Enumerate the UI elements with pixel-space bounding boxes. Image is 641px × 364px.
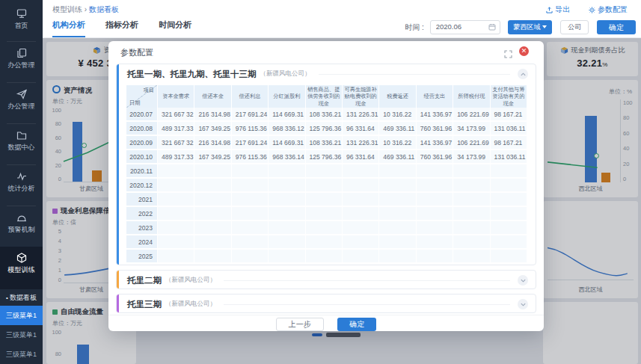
- table-cell[interactable]: [417, 221, 453, 235]
- table-cell[interactable]: [491, 221, 527, 235]
- chevron-down-icon[interactable]: [518, 275, 528, 286]
- table-cell[interactable]: [269, 193, 305, 207]
- table-cell[interactable]: 114 669.31: [269, 108, 305, 122]
- table-cell[interactable]: 760 361.96: [417, 150, 453, 164]
- table-cell[interactable]: [343, 207, 379, 221]
- table-cell[interactable]: 216 314.98: [194, 108, 231, 122]
- table-cell[interactable]: 469 336.11: [379, 150, 416, 164]
- table-cell[interactable]: [453, 221, 490, 235]
- fullscreen-icon[interactable]: [504, 48, 512, 61]
- table-cell[interactable]: 10 316.22: [379, 136, 416, 150]
- company-button[interactable]: 公司: [560, 20, 589, 34]
- table-cell[interactable]: [453, 250, 490, 264]
- export-link[interactable]: 导出: [546, 5, 570, 13]
- table-cell[interactable]: [491, 235, 527, 250]
- table-cell[interactable]: 489 317.33: [158, 150, 194, 164]
- table-cell[interactable]: [343, 235, 379, 250]
- table-cell[interactable]: [306, 193, 343, 207]
- table-cell[interactable]: [379, 179, 416, 193]
- sidebar-third-menu-1[interactable]: 三级菜单1: [0, 306, 43, 325]
- table-cell[interactable]: [232, 221, 269, 235]
- table-cell[interactable]: 216 314.98: [194, 136, 231, 150]
- table-cell[interactable]: 131 036.11: [491, 122, 527, 136]
- breadcrumb-parent[interactable]: 模型训练: [52, 5, 82, 13]
- table-cell[interactable]: [379, 193, 416, 207]
- table-cell[interactable]: 96 331.64: [343, 150, 379, 164]
- table-cell[interactable]: 131 036.11: [491, 150, 527, 164]
- table-cell[interactable]: [417, 250, 453, 264]
- table-cell[interactable]: 114 669.31: [269, 136, 305, 150]
- table-cell[interactable]: [491, 207, 527, 221]
- table-cell[interactable]: [417, 193, 453, 207]
- table-cell[interactable]: [306, 179, 343, 193]
- table-cell[interactable]: 321 667 32.89: [158, 136, 194, 150]
- table-cell[interactable]: 125 796.36: [306, 122, 343, 136]
- table-cell[interactable]: [343, 250, 379, 264]
- table-cell[interactable]: 131 226.31: [343, 108, 379, 122]
- sidebar-item-model-training[interactable]: 模型训练: [0, 247, 43, 289]
- table-cell[interactable]: [491, 179, 527, 193]
- table-cell[interactable]: 217 691.24: [232, 136, 269, 150]
- table-cell[interactable]: 131 226.31: [343, 136, 379, 150]
- table-cell[interactable]: 760 361.96: [417, 122, 453, 136]
- table-cell[interactable]: [453, 207, 490, 221]
- table-cell[interactable]: [491, 250, 527, 264]
- table-cell[interactable]: [417, 207, 453, 221]
- section-header[interactable]: 托里二期 （新疆风电公司）: [117, 271, 536, 290]
- tab-indicator-analysis[interactable]: 指标分析: [105, 19, 138, 36]
- table-cell[interactable]: 217 691.24: [232, 108, 269, 122]
- header-confirm-button[interactable]: 确定: [597, 20, 636, 34]
- table-cell[interactable]: [232, 179, 269, 193]
- table-cell[interactable]: [194, 193, 231, 207]
- time-input[interactable]: [431, 21, 487, 32]
- previous-step-button[interactable]: 上一步: [276, 318, 324, 331]
- modal-confirm-button[interactable]: 确定: [337, 318, 376, 331]
- sidebar-item-office-2[interactable]: 办公管理: [0, 83, 43, 123]
- param-config-link[interactable]: 参数配置: [589, 5, 628, 13]
- table-cell[interactable]: [379, 250, 416, 264]
- table-cell[interactable]: 968 336.14: [269, 150, 305, 164]
- table-cell[interactable]: 167 349.25: [194, 150, 231, 164]
- table-cell[interactable]: 106 221.69: [453, 108, 490, 122]
- table-cell[interactable]: 98 167.21: [491, 108, 527, 122]
- table-cell[interactable]: [194, 164, 231, 179]
- sidebar-third-menu-3[interactable]: 三级菜单1: [0, 345, 43, 364]
- table-cell[interactable]: 141 336.97: [417, 136, 453, 150]
- table-cell[interactable]: [417, 235, 453, 250]
- table-cell[interactable]: [306, 164, 343, 179]
- table-cell[interactable]: 34 173.99: [453, 150, 490, 164]
- table-cell[interactable]: [269, 179, 305, 193]
- table-cell[interactable]: [232, 207, 269, 221]
- table-cell[interactable]: [343, 221, 379, 235]
- table-cell[interactable]: 106 221.69: [453, 136, 490, 150]
- table-cell[interactable]: [379, 164, 416, 179]
- table-cell[interactable]: 125 796.36: [306, 150, 343, 164]
- table-cell[interactable]: [158, 221, 194, 235]
- table-cell[interactable]: [194, 207, 231, 221]
- table-cell[interactable]: 98 167.21: [491, 136, 527, 150]
- sidebar-subitem-dashboard[interactable]: •数据看板: [0, 289, 43, 306]
- table-cell[interactable]: [269, 235, 305, 250]
- table-cell[interactable]: 108 336.21: [306, 136, 343, 150]
- table-cell[interactable]: [232, 164, 269, 179]
- table-cell[interactable]: [453, 193, 490, 207]
- table-cell[interactable]: [194, 235, 231, 250]
- table-cell[interactable]: [158, 250, 194, 264]
- table-cell[interactable]: 108 336.21: [306, 108, 343, 122]
- table-cell[interactable]: 968 336.12: [269, 122, 305, 136]
- table-cell[interactable]: [306, 250, 343, 264]
- table-cell[interactable]: [158, 179, 194, 193]
- section-header[interactable]: 托里三期 （新疆风电公司）: [117, 294, 536, 314]
- region-dropdown[interactable]: 蒙西区域: [508, 20, 552, 34]
- table-cell[interactable]: [453, 179, 490, 193]
- table-cell[interactable]: [379, 221, 416, 235]
- sidebar-third-menu-2[interactable]: 三级菜单1: [0, 325, 43, 345]
- table-cell[interactable]: [306, 207, 343, 221]
- sidebar-item-data-center[interactable]: 数据中心: [0, 124, 43, 164]
- table-cell[interactable]: 96 331.64: [343, 122, 379, 136]
- table-cell[interactable]: [379, 235, 416, 250]
- table-cell[interactable]: [194, 250, 231, 264]
- table-cell[interactable]: 976 115.36: [232, 122, 269, 136]
- table-cell[interactable]: [269, 164, 305, 179]
- table-cell[interactable]: [232, 193, 269, 207]
